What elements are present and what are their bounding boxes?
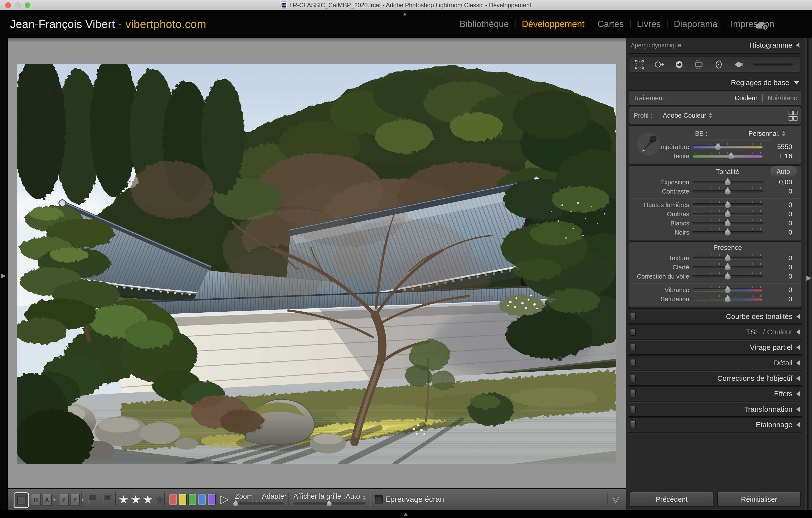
soft-proof-label[interactable]: Epreuvage écran: [385, 495, 444, 504]
white-balance-eyedropper-icon[interactable]: [636, 131, 662, 157]
panel-header-virage-partiel[interactable]: Virage partiel: [627, 341, 804, 354]
module-impression[interactable]: Impression: [724, 19, 781, 29]
profile-browser-icon[interactable]: [788, 111, 796, 121]
color-label-5[interactable]: [208, 494, 215, 505]
color-label-1[interactable]: [169, 494, 177, 505]
radial-filter-tool-icon[interactable]: [713, 59, 724, 70]
zoom-label[interactable]: Zoom: [235, 492, 253, 500]
photo-canvas[interactable]: [18, 64, 616, 464]
slider-track[interactable]: [693, 298, 763, 301]
compare-view-button[interactable]: R A ▾: [31, 494, 56, 506]
slider-track[interactable]: [693, 288, 763, 292]
panel-header-tsl-couleur[interactable]: TSL / Couleur: [627, 326, 804, 338]
expanded-arrow-icon[interactable]: [794, 81, 800, 85]
collapse-arrow-icon[interactable]: [796, 376, 800, 381]
spot-removal-tool-icon[interactable]: [654, 59, 665, 70]
auto-tone-button[interactable]: Auto: [770, 166, 797, 177]
adjustment-brush-tool-icon[interactable]: [733, 59, 744, 70]
soft-proof-checkbox[interactable]: [375, 495, 383, 504]
grid-slider-thumb[interactable]: [327, 500, 331, 506]
panel-enable-toggle[interactable]: [630, 375, 636, 382]
loupe-view-button[interactable]: [13, 492, 29, 508]
color-label-4[interactable]: [198, 494, 206, 505]
module-developpement[interactable]: Développement: [516, 19, 591, 29]
color-label-2[interactable]: [179, 494, 186, 505]
grid-size-slider[interactable]: [293, 502, 365, 505]
collapse-arrow-icon[interactable]: [796, 391, 800, 396]
slider-track[interactable]: [693, 275, 763, 278]
panel-enable-toggle[interactable]: [630, 406, 636, 413]
panel-enable-toggle[interactable]: [630, 390, 636, 397]
collapse-arrow-icon[interactable]: [796, 407, 800, 412]
star-4[interactable]: ★: [155, 493, 167, 506]
red-eye-tool-icon[interactable]: [673, 59, 685, 70]
grid-mode-dropdown[interactable]: Auto: [346, 492, 366, 500]
collapse-arrow-icon[interactable]: [796, 329, 800, 335]
sync-cloud-alert-icon[interactable]: !: [754, 19, 770, 31]
zoom-window-button[interactable]: [25, 2, 30, 8]
slider-track[interactable]: [693, 213, 763, 215]
slider-track[interactable]: [693, 181, 763, 184]
zoom-slider[interactable]: [234, 502, 284, 505]
panel-enable-toggle[interactable]: [630, 359, 636, 367]
star-1[interactable]: ★: [118, 493, 130, 506]
slider-track[interactable]: [693, 155, 763, 157]
slider-blancs: Blancs0: [629, 219, 801, 228]
collapse-arrow-icon[interactable]: [796, 345, 800, 350]
slider-track[interactable]: [693, 256, 763, 260]
panel-divider: [628, 355, 802, 356]
histogram-header[interactable]: Aperçu dynamique Histogramme: [627, 38, 804, 52]
color-label-3[interactable]: [188, 494, 196, 505]
star-2[interactable]: ★: [130, 493, 143, 506]
treatment-color-option[interactable]: Couleur: [735, 94, 758, 102]
slider-track[interactable]: [693, 204, 763, 206]
survey-view-button[interactable]: Y Y ▾: [59, 494, 84, 506]
module-cartes[interactable]: Cartes: [591, 19, 630, 29]
pick-flag-icon[interactable]: [87, 493, 98, 506]
panel-header-effets[interactable]: Effets: [627, 387, 804, 400]
panel-header-detail[interactable]: Détail: [627, 356, 804, 369]
close-window-button[interactable]: [5, 2, 11, 8]
panel-enable-toggle[interactable]: [630, 313, 636, 320]
slider-track[interactable]: [693, 146, 763, 148]
panel-enable-toggle[interactable]: [630, 328, 636, 336]
toolbar-options-caret[interactable]: ▽: [612, 494, 619, 505]
panel-enable-toggle[interactable]: [630, 421, 636, 428]
hide-top-panel-arrow[interactable]: ▲: [402, 11, 407, 17]
module-livres[interactable]: Livres: [631, 19, 667, 29]
collapse-arrow-icon[interactable]: [796, 422, 800, 427]
module-bibliotheque[interactable]: Bibliothèque: [453, 19, 515, 29]
slider-track[interactable]: [693, 190, 763, 193]
reset-button[interactable]: Réinitialiser: [717, 492, 801, 507]
collapse-arrow-icon[interactable]: [796, 314, 800, 319]
slider-track[interactable]: [693, 222, 763, 225]
minimize-window-button[interactable]: [15, 2, 21, 8]
module-diaporama[interactable]: Diaporama: [667, 19, 724, 29]
crop-tool-icon[interactable]: [634, 59, 645, 70]
panel-header-courbe-des-tonalites[interactable]: Courbe des tonalités: [627, 310, 804, 323]
panel-header-etalonnage[interactable]: Etalonnage: [627, 418, 804, 431]
collapse-arrow-icon[interactable]: [796, 42, 800, 48]
panel-header-corrections-de-l-objectif[interactable]: Corrections de l'objectif: [627, 372, 804, 385]
show-filmstrip-arrow[interactable]: ▲: [403, 511, 408, 517]
fit-label[interactable]: Adapter: [262, 492, 287, 500]
slider-track[interactable]: [693, 231, 763, 234]
treatment-bw-option[interactable]: Noir/blanc: [767, 94, 797, 102]
show-left-panel-arrow[interactable]: ▶: [1, 272, 6, 279]
star-3[interactable]: ★: [143, 493, 155, 506]
impromptu-slideshow-button[interactable]: ▷: [221, 492, 229, 506]
basic-panel-header[interactable]: Réglages de base: [627, 76, 804, 89]
hide-right-panel-arrow[interactable]: ▶: [806, 274, 812, 282]
panel-header-transformation[interactable]: Transformation: [627, 403, 804, 416]
panel-divider: [628, 432, 802, 433]
wb-value-dropdown[interactable]: Personnal.: [749, 130, 785, 138]
profile-value-dropdown[interactable]: Adobe Couleur: [663, 112, 706, 119]
updown-caret-icon[interactable]: [709, 113, 712, 118]
slider-thumb[interactable]: [725, 178, 730, 185]
panel-enable-toggle[interactable]: [630, 344, 636, 351]
graduated-filter-tool-icon[interactable]: [693, 59, 704, 70]
collapse-arrow-icon[interactable]: [796, 360, 800, 366]
slider-track[interactable]: [693, 266, 763, 269]
reject-flag-icon[interactable]: [102, 493, 113, 506]
previous-button[interactable]: Précédent: [630, 492, 714, 507]
